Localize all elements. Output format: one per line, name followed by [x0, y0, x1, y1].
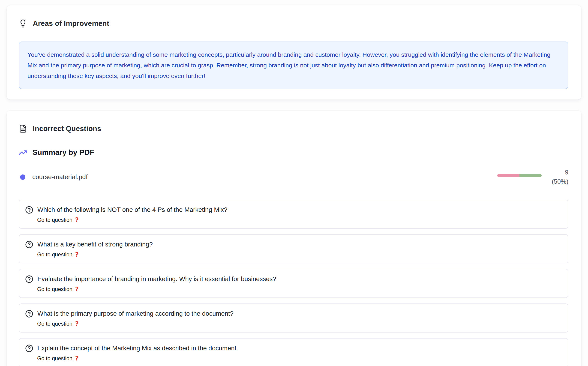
- pdf-score-text: 9 (50%): [549, 168, 568, 186]
- red-question-mark-icon: ?: [75, 355, 79, 362]
- help-circle-icon: [25, 344, 33, 352]
- page: Areas of Improvement You've demonstrated…: [0, 5, 588, 366]
- question-text: What is the primary purpose of marketing…: [37, 309, 234, 318]
- summary-by-pdf-header: Summary by PDF: [19, 148, 568, 157]
- question-card: Explain the concept of the Marketing Mix…: [19, 338, 568, 366]
- go-to-question-link[interactable]: Go to question ?: [37, 285, 79, 293]
- question-text: Which of the following is NOT one of the…: [37, 205, 227, 214]
- file-text-icon: [19, 124, 27, 133]
- question-row: Evaluate the importance of branding in m…: [25, 274, 562, 284]
- go-to-question-label: Go to question: [37, 320, 72, 328]
- red-question-mark-icon: ?: [75, 285, 79, 293]
- pdf-summary-row: course-material.pdf 9 (50%): [19, 168, 568, 186]
- lightbulb-icon: [19, 19, 27, 28]
- red-question-mark-icon: ?: [75, 251, 79, 258]
- go-to-question-link[interactable]: Go to question ?: [37, 216, 79, 224]
- help-circle-icon: [25, 240, 33, 249]
- question-text: Evaluate the importance of branding in m…: [37, 274, 276, 284]
- help-circle-icon: [25, 275, 33, 283]
- question-list: Which of the following is NOT one of the…: [19, 200, 568, 366]
- feedback-box: You've demonstrated a solid understandin…: [19, 42, 568, 89]
- question-text: What is a key benefit of strong branding…: [37, 240, 153, 249]
- question-card: What is the primary purpose of marketing…: [19, 304, 568, 333]
- go-to-question-label: Go to question: [37, 285, 72, 293]
- question-row: What is a key benefit of strong branding…: [25, 240, 562, 249]
- pdf-name: course-material.pdf: [32, 173, 88, 181]
- incorrect-questions-title: Incorrect Questions: [33, 125, 101, 133]
- question-text: Explain the concept of the Marketing Mix…: [37, 344, 238, 353]
- question-card: Evaluate the importance of branding in m…: [19, 269, 568, 298]
- help-circle-icon: [25, 206, 33, 214]
- page-title: Areas of Improvement: [33, 19, 109, 28]
- areas-of-improvement-card: Areas of Improvement You've demonstrated…: [7, 5, 581, 100]
- go-to-question-label: Go to question: [37, 216, 72, 224]
- pdf-score-progress-bar: [497, 174, 542, 177]
- question-row: Which of the following is NOT one of the…: [25, 205, 562, 214]
- feedback-text: You've demonstrated a solid understandin…: [27, 49, 560, 81]
- question-card: What is a key benefit of strong branding…: [19, 234, 568, 263]
- pdf-bullet-dot: [20, 175, 25, 180]
- go-to-question-link[interactable]: Go to question ?: [37, 251, 79, 258]
- go-to-question-label: Go to question: [37, 355, 72, 362]
- question-row: What is the primary purpose of marketing…: [25, 309, 562, 318]
- question-card: Which of the following is NOT one of the…: [19, 200, 568, 229]
- go-to-question-label: Go to question: [37, 251, 72, 258]
- question-row: Explain the concept of the Marketing Mix…: [25, 344, 562, 353]
- incorrect-questions-card: Incorrect Questions Summary by PDF cours…: [7, 110, 581, 366]
- pdf-incorrect-count: 9: [565, 169, 568, 176]
- go-to-question-link[interactable]: Go to question ?: [37, 320, 79, 328]
- bar-incorrect: [497, 174, 519, 177]
- areas-of-improvement-header: Areas of Improvement: [19, 19, 568, 28]
- red-question-mark-icon: ?: [75, 216, 79, 224]
- red-question-mark-icon: ?: [75, 320, 79, 328]
- summary-by-pdf-title: Summary by PDF: [32, 148, 94, 157]
- go-to-question-link[interactable]: Go to question ?: [37, 355, 79, 362]
- help-circle-icon: [25, 310, 33, 318]
- trending-up-icon: [19, 148, 27, 157]
- pdf-incorrect-percent: (50%): [552, 178, 568, 185]
- bar-correct: [519, 174, 542, 177]
- incorrect-questions-header: Incorrect Questions: [19, 124, 568, 133]
